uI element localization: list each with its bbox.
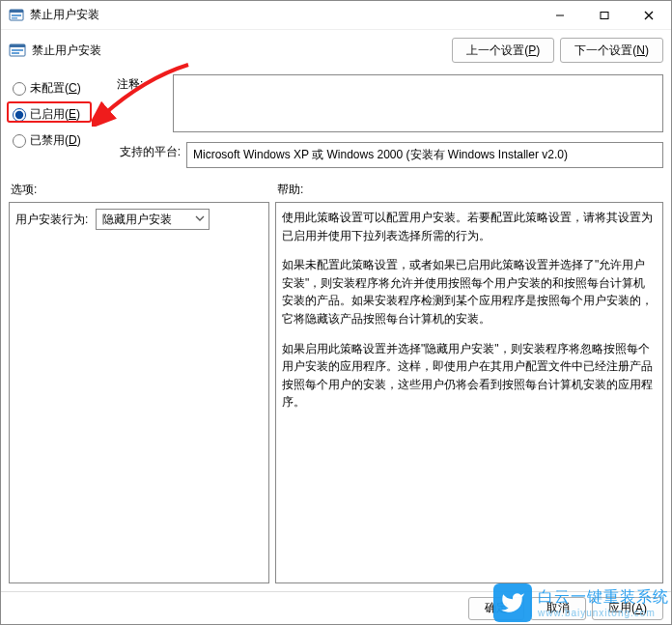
behavior-label: 用户安装行为: xyxy=(15,212,88,228)
cancel-button[interactable]: 取消 xyxy=(530,597,586,620)
comment-textarea[interactable] xyxy=(173,74,663,132)
radio-not-configured[interactable]: 未配置(C) xyxy=(13,80,117,97)
radio-disabled-label: 已禁用(D) xyxy=(30,132,81,149)
radio-enabled[interactable]: 已启用(E) xyxy=(13,106,117,123)
minimize-icon xyxy=(555,11,565,20)
chevron-down-icon xyxy=(195,213,205,226)
window-title: 禁止用户安装 xyxy=(30,7,99,23)
platform-label: 支持的平台: xyxy=(117,142,186,160)
comment-row: 注释: xyxy=(117,74,663,132)
svg-rect-11 xyxy=(12,52,19,54)
header-title: 禁止用户安装 xyxy=(32,43,101,59)
minimize-button[interactable] xyxy=(538,1,582,30)
radio-enabled-input[interactable] xyxy=(13,108,26,122)
body: 未配置(C) 已启用(E) 已禁用(D) 注释: 支持的平台: xyxy=(1,65,671,591)
svg-rect-9 xyxy=(10,44,25,47)
behavior-row: 用户安装行为: 隐藏用户安装 xyxy=(15,209,263,230)
policy-icon xyxy=(9,42,26,59)
svg-rect-1 xyxy=(10,10,23,13)
help-p3: 如果启用此策略设置并选择"隐藏用户安装"，则安装程序将忽略按照每个用户安装的应用… xyxy=(282,340,657,412)
apply-button[interactable]: 应用(A) xyxy=(592,597,663,620)
behavior-select[interactable]: 隐藏用户安装 xyxy=(96,209,210,230)
right-fields: 注释: 支持的平台: Microsoft Windows XP 或 Window… xyxy=(117,71,663,168)
svg-rect-10 xyxy=(12,49,23,51)
radio-enabled-label: 已启用(E) xyxy=(30,106,80,123)
help-panel: 使用此策略设置可以配置用户安装。若要配置此策略设置，请将其设置为已启用并使用下拉… xyxy=(275,202,663,583)
platform-box: Microsoft Windows XP 或 Windows 2000 (安装有… xyxy=(186,142,663,168)
maximize-button[interactable] xyxy=(582,1,627,30)
close-button[interactable] xyxy=(627,1,671,30)
labels-row: 选项: 帮助: xyxy=(9,178,663,202)
prev-setting-button[interactable]: 上一个设置(P) xyxy=(452,38,554,63)
options-panel: 用户安装行为: 隐藏用户安装 xyxy=(9,202,269,583)
options-label: 选项: xyxy=(11,182,277,198)
app-icon xyxy=(9,8,24,23)
radio-disabled[interactable]: 已禁用(D) xyxy=(13,132,117,149)
next-setting-button[interactable]: 下一个设置(N) xyxy=(560,38,663,63)
behavior-select-value: 隐藏用户安装 xyxy=(102,212,172,228)
svg-rect-2 xyxy=(12,14,21,16)
top-section: 未配置(C) 已启用(E) 已禁用(D) 注释: 支持的平台: xyxy=(9,67,663,168)
comment-label: 注释: xyxy=(117,74,173,93)
svg-rect-5 xyxy=(601,12,608,18)
radio-not-configured-input[interactable] xyxy=(13,82,26,96)
window-root: 禁止用户安装 禁止用户安装 上一个设置(P) 下一个设置(N) xyxy=(0,0,672,625)
close-icon xyxy=(644,11,654,20)
maximize-icon xyxy=(600,11,609,20)
titlebar: 禁止用户安装 xyxy=(1,1,671,30)
header-row: 禁止用户安装 上一个设置(P) 下一个设置(N) xyxy=(1,30,671,65)
help-p2: 如果未配置此策略设置，或者如果已启用此策略设置并选择了"允许用户安装"，则安装程… xyxy=(282,256,657,327)
panels: 用户安装行为: 隐藏用户安装 使用此策略设置可以配置用户安装。若要配置此策略设置… xyxy=(9,202,663,583)
state-radios: 未配置(C) 已启用(E) 已禁用(D) xyxy=(9,71,117,168)
footer: 确定 取消 应用(A) xyxy=(1,591,671,624)
radio-disabled-input[interactable] xyxy=(13,134,26,148)
help-label: 帮助: xyxy=(277,182,663,198)
platform-row: 支持的平台: Microsoft Windows XP 或 Windows 20… xyxy=(117,142,663,168)
radio-not-configured-label: 未配置(C) xyxy=(30,80,81,97)
svg-rect-3 xyxy=(12,17,17,19)
help-p1: 使用此策略设置可以配置用户安装。若要配置此策略设置，请将其设置为已启用并使用下拉… xyxy=(282,209,657,244)
ok-button[interactable]: 确定 xyxy=(468,597,524,620)
